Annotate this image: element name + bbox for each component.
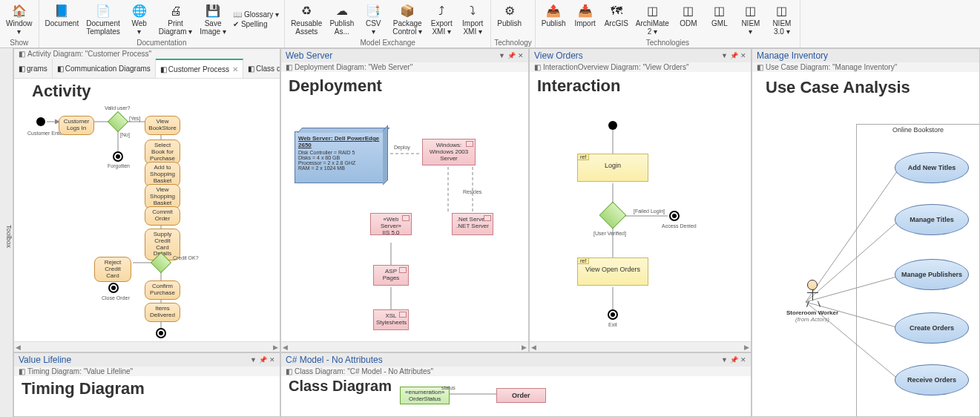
decision-label: Valid user? [105, 105, 131, 111]
ribbon-publish-as-[interactable]: ☁PublishAs... [326, 1, 357, 37]
ribbon-import-xmi-[interactable]: ⤵ImportXMI ▾ [458, 1, 487, 37]
ribbon-window-[interactable]: 🏠Window▾ [3, 1, 36, 37]
component-dotnet[interactable]: .Net Server: .NET Server [452, 213, 493, 235]
close-icon[interactable]: ✕ [740, 52, 746, 59]
ribbon-publish[interactable]: ⚙Publish [494, 1, 524, 29]
ribbon-print-diagram-[interactable]: 🖨PrintDiagram ▾ [156, 1, 196, 37]
diagram-icon: ◧ [534, 63, 541, 71]
close-icon[interactable]: ✕ [269, 356, 275, 364]
ribbon-reusable-assets[interactable]: ♻ReusableAssets [288, 1, 325, 37]
fragment-view-orders[interactable]: refView Open Orders [577, 257, 648, 286]
pin-icon[interactable]: 📌 [730, 52, 738, 59]
ribbon-arcgis[interactable]: 🗺ArcGIS [602, 1, 631, 37]
usecase-create-orders[interactable]: Create Orders [895, 312, 969, 344]
component-windows[interactable]: Windows: Windows 2003 Server [422, 139, 476, 165]
diagram-title: Deployment [289, 76, 382, 96]
dropdown-icon[interactable]: ▼ [721, 356, 728, 364]
toolbox-tab[interactable]: Toolbox [5, 225, 13, 248]
decision-valid-user[interactable] [108, 111, 128, 132]
ribbon-gml[interactable]: ◫GML [705, 1, 734, 37]
diagram-path: InteractionOverview Diagram: "View Order… [543, 63, 688, 71]
diagram-icon: ◧ [757, 63, 763, 71]
diagram-icon: ◧ [19, 367, 25, 375]
guard-verified: [User Verified] [593, 231, 626, 236]
h-scrollbar[interactable]: ◀▶ [530, 341, 751, 352]
flow-final [669, 211, 680, 221]
ribbon-glossary-[interactable]: 📖Glossary ▾ [231, 10, 281, 19]
component-asp[interactable]: ASP Pages [373, 265, 409, 286]
close-icon[interactable]: ✕ [518, 52, 524, 59]
activity-final [156, 328, 166, 338]
actor-storeroom-worker[interactable]: Storeroom Worker (from Actors) [786, 280, 838, 323]
diagram-canvas[interactable]: Deployment Web Server: Dell PowerEdge 26… [281, 72, 528, 341]
pin-icon[interactable]: 📌 [259, 356, 267, 364]
diagram-canvas[interactable]: Class Diagram «enumeration» OrderStatus … [281, 376, 751, 416]
diagram-canvas[interactable]: Timing Diagram [14, 376, 280, 416]
pin-icon[interactable]: 📌 [730, 356, 738, 364]
activity-delivered[interactable]: Items Delivered [145, 303, 180, 322]
ribbon-document[interactable]: 📘Document [42, 1, 82, 37]
diagram-path: Class Diagram: "C# Model - No Attributes… [295, 367, 433, 375]
h-scrollbar[interactable]: ◀▶ [281, 341, 528, 352]
close-label: Close Order [102, 295, 130, 301]
usecase-receive-orders[interactable]: Receive Orders [895, 364, 969, 395]
diagram-path: Activity Diagram: "Customer Process" [27, 50, 151, 58]
diagram-path: Deployment Diagram: "Web Server" [295, 63, 412, 71]
diagram-title: Use Case Analysis [766, 78, 910, 97]
access-denied-label: Access Denied [662, 223, 697, 229]
decision-node[interactable] [599, 202, 627, 229]
activity-commit-order[interactable]: Commit Order [145, 206, 180, 226]
ribbon-odm[interactable]: ◫ODM [674, 1, 703, 37]
tab-customer-process[interactable]: ◧Customer Process✕ [156, 59, 243, 78]
tab-strip: ◧grams◧Communication Diagrams◧Customer P… [14, 59, 280, 79]
ribbon-save-image-[interactable]: 💾SaveImage ▾ [197, 1, 229, 37]
diagram-title: Interaction [537, 76, 620, 96]
component-xsl[interactable]: XSL Stylesheets [373, 309, 409, 330]
activity-view-bookstore[interactable]: View BookStore [145, 116, 180, 135]
final-label: Order Complete [148, 341, 185, 341]
ribbon-spelling[interactable]: ✔Spelling [231, 19, 281, 29]
flow-final-close [108, 283, 119, 293]
ribbon-niem-[interactable]: ◫NIEM3.0 ▾ [767, 1, 797, 37]
tab-class-diagrams[interactable]: ◧Class diagrams [243, 59, 280, 78]
activity-reject[interactable]: Reject Credit Card [94, 257, 131, 282]
usecase-manage-titles[interactable]: Manage Titles [895, 204, 969, 235]
ribbon-export-xmi-[interactable]: ⤴ExportXMI ▾ [427, 1, 456, 37]
diagram-path: Use Case Diagram: "Manage Inventory" [766, 63, 897, 71]
tab-communication-diagrams[interactable]: ◧Communication Diagrams [53, 59, 156, 78]
ribbon: 🏠Window▾Show📘Document📄DocumentTemplates🌐… [0, 0, 980, 48]
close-icon[interactable]: ✕ [740, 356, 746, 364]
dropdown-icon[interactable]: ▼ [499, 52, 505, 59]
component-iis[interactable]: «Web Server» IIS 5.0 [370, 213, 412, 235]
usecase-add-titles[interactable]: Add New Titles [895, 152, 969, 183]
node-web-server[interactable]: Web Server: Dell PowerEdge 2650 Disk Con… [295, 131, 384, 183]
ribbon-web-[interactable]: 🌐Web▾ [125, 1, 154, 37]
pane-title: View Orders [534, 50, 583, 61]
pane-interaction: View Orders▼📌✕ ◧InteractionOverview Diag… [529, 48, 752, 352]
class-order[interactable]: Order [496, 388, 546, 403]
ribbon-package-control-[interactable]: 📦PackageControl ▾ [389, 1, 425, 37]
initial-node [608, 121, 617, 130]
ribbon-publish[interactable]: 📤Publish [539, 1, 569, 37]
ribbon-csv-[interactable]: 📑CSV▾ [358, 1, 388, 37]
h-scrollbar[interactable]: ◀▶ [14, 341, 280, 352]
activity-confirm[interactable]: Confirm Purchase [145, 280, 180, 300]
pin-icon[interactable]: 📌 [507, 52, 516, 59]
fragment-login[interactable]: refLogin [577, 154, 648, 182]
diagram-canvas[interactable]: Activity Customer Enters Web-site Custom… [14, 79, 280, 341]
ribbon-document-templates[interactable]: 📄DocumentTemplates [83, 1, 123, 37]
pane-class: C# Model - No Attributes▼📌✕ ◧Class Diagr… [280, 352, 752, 417]
diagram-canvas[interactable]: Interaction refLogin [User Verified] [Fa… [530, 72, 751, 341]
ribbon-archimate-[interactable]: ◫ArchiMate2 ▾ [633, 1, 672, 37]
activity-login[interactable]: Customer Logs In [59, 116, 94, 135]
usecase-manage-publishers[interactable]: Manage Publishers [895, 259, 969, 290]
pane-title: Value Lifeline [19, 355, 71, 365]
tab-grams[interactable]: ◧grams [14, 59, 53, 78]
diagram-title: Class Diagram [289, 378, 392, 395]
dropdown-icon[interactable]: ▼ [721, 52, 728, 59]
diagram-canvas[interactable]: Use Case Analysis Online Bookstore Store… [752, 72, 979, 416]
guard-no: [No] [120, 132, 130, 137]
dropdown-icon[interactable]: ▼ [250, 356, 257, 364]
ribbon-import[interactable]: 📥Import [570, 1, 600, 37]
ribbon-niem-[interactable]: ◫NIEM▾ [736, 1, 766, 37]
